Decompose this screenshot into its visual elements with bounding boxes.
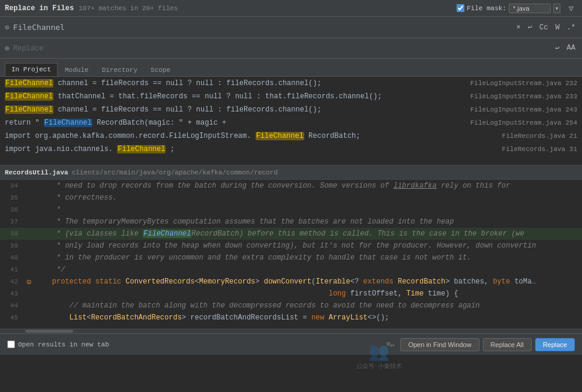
result-row[interactable]: import org.apache.kafka.common.record.Fi… [0,129,582,143]
code-preview-header: RecordsUtil.java clients/src/main/java/o… [0,165,582,180]
horizontal-scrollbar[interactable] [0,328,582,333]
match-highlight: FileChannel [256,132,304,140]
line-number: 34 [0,182,23,189]
footer: Open results in new tab ⌘↵ Open in Find … [0,333,582,355]
scrollbar-thumb[interactable] [25,330,73,333]
search-magnifier-icon: ⊕ [5,23,10,32]
line-number: 41 [0,266,23,273]
line-content: // maintain the batch along with the dec… [35,301,480,310]
code-line: 37 * The temporaryMemoryBytes computatio… [0,216,582,228]
filemask-section: File mask: ▾ [457,4,560,13]
code-line: 41 */ [0,264,582,276]
filemask-checkbox[interactable] [457,4,464,12]
filter-icon[interactable]: ▽ [565,2,577,14]
replace-history-button[interactable]: ↩ [553,43,561,53]
open-in-tab-checkbox[interactable] [7,340,15,348]
case-sensitive-button[interactable]: Cc [538,23,550,32]
result-text: return " FileChannel RecordBatch(magic: … [5,119,466,127]
open-in-tab-label: Open results in new tab [18,341,109,348]
footer-buttons: ⌘↵ Open in Find Window Replace All Repla… [386,338,575,351]
result-text: import org.apache.kafka.common.record.Fi… [5,132,497,140]
match-highlight: FileChannel [117,145,166,153]
result-file: FileRecords.java 31 [502,146,577,153]
results-list: FileChannel channel = fileRecords == nul… [0,77,582,165]
search-input[interactable] [13,23,511,32]
tab-in-project[interactable]: In Project [5,63,58,76]
code-line: 45 List<RecordBatchAndRecords> recordBat… [0,312,582,324]
line-number: 40 [0,254,23,261]
watermark-text: 公众号·小秦技术 [356,362,402,370]
line-number: 44 [0,302,23,309]
code-preview-body[interactable]: 34 * need to drop records from the batch… [0,180,582,328]
line-content: * correctness. [35,194,117,202]
line-gutter: ⊙ [23,277,35,287]
result-file: FileLogInputStream.java 233 [470,93,577,100]
whole-word-button[interactable]: W [553,23,561,32]
line-content: long firstOffset, Time time) { [35,290,458,298]
open-find-window-button[interactable]: Open in Find Window [400,338,479,351]
result-file: FileLogInputStream.java 243 [470,106,577,113]
tab-directory[interactable]: Directory [96,64,143,76]
line-number: 35 [0,194,23,201]
line-content: * [35,206,61,214]
line-content: protected static ConvertedRecords<Memory… [35,278,536,286]
line-number: 42 [0,278,23,285]
open-in-tab-option: Open results in new tab [7,340,382,348]
line-content: * only load records into the heap when d… [35,242,536,250]
replace-all-button[interactable]: Replace All [483,338,532,351]
line-content: */ [35,266,65,274]
scope-tabs: In Project Module Directory Scope [0,59,582,77]
replace-button[interactable]: Replace [535,338,575,351]
line-content: * (via classes like FileChannelRecordBat… [35,230,524,238]
match-highlight: FileChannel [5,92,53,101]
filemask-dropdown[interactable]: ▾ [553,4,560,13]
regex-button[interactable]: .* [565,23,577,32]
code-line: 43 long firstOffset, Time time) { [0,288,582,300]
preview-filename: RecordsUtil.java [5,169,68,176]
line-number: 37 [0,218,23,225]
line-number: 36 [0,206,23,213]
line-number: 39 [0,242,23,249]
match-highlight: FileChannel [5,105,53,114]
result-row[interactable]: FileChannel channel = fileRecords == nul… [0,77,582,90]
line-content: * in the producer is very uncommon and t… [35,254,471,262]
line-content: * need to drop records from the batch du… [35,182,510,190]
code-line: 36 * [0,204,582,216]
result-row[interactable]: return " FileChannel RecordBatch(magic: … [0,116,582,129]
app-title: Replace in Files [5,4,74,13]
line-number: 45 [0,314,23,321]
result-row[interactable]: FileChannel channel = fileRecords == nul… [0,103,582,116]
match-highlight: FileChannel [44,119,92,127]
search-bar: ⊕ × ↩ Cc W .* [0,17,582,38]
line-number: 38 [0,230,23,237]
clear-search-button[interactable]: × [515,23,523,32]
replace-icon: ⊕ [5,44,10,53]
preview-path: clients/src/main/java/org/apache/kafka/c… [72,169,278,176]
replace-bar-actions: ↩ AA [553,43,577,53]
search-actions: × ↩ Cc W .* [515,22,577,32]
tab-module[interactable]: Module [59,64,95,76]
match-highlight: FileChannel [5,79,53,88]
result-text: FileChannel thatChannel = that.fileRecor… [5,92,466,101]
result-text: import java.nio.channels. FileChannel ; [5,145,497,153]
code-line: 38 * (via classes like FileChannelRecord… [0,228,582,240]
line-content: * The temporaryMemoryBytes computation a… [35,218,454,226]
filemask-label: File mask: [467,5,506,12]
result-file: FileLogInputStream.java 232 [470,80,577,87]
line-content: List<RecordBatchAndRecords> recordBatchA… [35,313,389,322]
match-count: 107+ matches in 20+ files [79,5,452,12]
search-history-button[interactable]: ↩ [526,22,534,32]
header-icons: ▽ [565,2,577,14]
code-line: 35 * correctness. [0,192,582,204]
result-row[interactable]: import java.nio.channels. FileChannel ; … [0,143,582,156]
code-line: 44 // maintain the batch along with the … [0,300,582,312]
replace-placeholder: Replace [13,44,43,53]
tab-scope[interactable]: Scope [145,64,176,76]
replace-case-button[interactable]: AA [565,43,577,53]
code-line: 40 * in the producer is very uncommon an… [0,252,582,264]
result-row[interactable]: FileChannel thatChannel = that.fileRecor… [0,90,582,103]
replace-bar: ⊕ Replace ↩ AA [0,38,582,59]
filemask-input[interactable] [509,4,551,13]
result-text: FileChannel channel = fileRecords == nul… [5,105,466,114]
code-highlight: FileChannel [143,230,191,238]
